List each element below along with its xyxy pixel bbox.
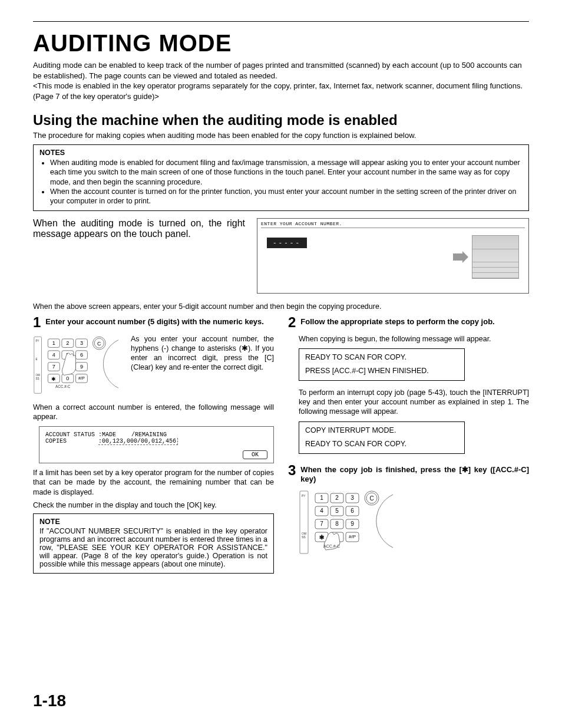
keypad-figure-1: PY E OM SS 1 2 3 4 5 6 7 9 ✱ (33, 334, 124, 399)
page-number: 1-18 (33, 691, 66, 710)
screen-header: ENTER YOUR ACCOUNT NUMBER. (261, 221, 525, 228)
svg-text:1: 1 (52, 340, 55, 346)
step1-after2: If a limit has been set by a key operato… (33, 468, 274, 497)
step-2-after: To perform an interrupt copy job (page 5… (299, 388, 529, 417)
svg-rect-31 (300, 491, 308, 554)
msg-line: READY TO SCAN FOR COPY. (305, 439, 458, 450)
page-title: AUDITING MODE (33, 30, 529, 57)
svg-text:1: 1 (320, 495, 323, 501)
status-copies-label: COPIES (45, 438, 67, 445)
status-label: ACCOUNT STATUS (45, 431, 95, 438)
after-screen-text: When the above screen appears, enter you… (33, 302, 529, 311)
svg-text:E: E (36, 358, 38, 361)
account-number-screen: ENTER YOUR ACCOUNT NUMBER. ----- (257, 218, 529, 294)
keypad-figure-2: PY OM SS 1 2 3 4 5 6 7 8 9 0 #/P C (299, 489, 399, 559)
svg-text:3: 3 (80, 340, 83, 346)
svg-text:✱: ✱ (319, 534, 324, 541)
note-box-single: NOTE If "ACCOUNT NUMBER SECURITY" is ena… (33, 513, 274, 574)
ok-button[interactable]: OK (243, 450, 267, 459)
svg-text:OM: OM (36, 374, 41, 377)
msg-line: READY TO SCAN FOR COPY. (305, 353, 458, 363)
msg-line: PRESS [ACC.#-C] WHEN FINISHED. (305, 366, 458, 377)
note-text: If "ACCOUNT NUMBER SECURITY" is enabled … (39, 527, 267, 568)
svg-text:C: C (369, 495, 373, 502)
step-2-title: Follow the appropriate steps to perform … (300, 317, 494, 327)
account-status-panel: ACCOUNT STATUS :MADE /REMAINING COPIES :… (39, 426, 274, 463)
step-number: 3 (288, 463, 296, 477)
section-heading: Using the machine when the auditing mode… (33, 112, 529, 129)
svg-text:✱: ✱ (51, 375, 56, 381)
svg-text:2: 2 (66, 340, 69, 346)
svg-text:5: 5 (335, 508, 339, 514)
svg-text:SS: SS (36, 377, 39, 380)
svg-text:9: 9 (351, 521, 354, 527)
note-item: When the account counter is turned on fo… (50, 187, 523, 206)
svg-text:PY: PY (36, 340, 39, 342)
step-2: 2 Follow the appropriate steps to perfor… (288, 315, 529, 330)
step-number: 1 (33, 315, 41, 330)
step-1-desc: As you enter your account number, the hy… (131, 334, 274, 373)
svg-text:#/P: #/P (78, 375, 85, 380)
arrow-icon (452, 251, 470, 263)
svg-text:ACC.#-C: ACC.#-C (323, 544, 340, 548)
svg-text:PY: PY (302, 494, 306, 498)
status-copies-value: :00,123,000/00,012,456 (98, 438, 178, 445)
notes-box: NOTES When auditing mode is enabled for … (33, 144, 529, 211)
account-entry-indicator: ----- (267, 238, 307, 248)
msg-line: COPY INTERRUPT MODE. (305, 426, 458, 436)
svg-text:9: 9 (80, 363, 83, 369)
step-2-desc: When copying is begun, the following mes… (299, 334, 529, 344)
svg-text:6: 6 (80, 351, 83, 357)
svg-text:#/P: #/P (349, 534, 356, 539)
panel-intro-text: When the auditing mode is turned on, the… (33, 218, 245, 294)
status-made: :MADE (98, 431, 116, 438)
svg-text:3: 3 (351, 495, 354, 501)
step1-after3: Check the number in the display and touc… (33, 500, 274, 510)
section-lead: The procedure for making copies when aud… (33, 131, 529, 140)
svg-text:8: 8 (335, 521, 339, 527)
svg-text:4: 4 (52, 351, 55, 357)
svg-text:7: 7 (320, 521, 323, 527)
svg-text:0: 0 (66, 375, 69, 381)
message-box-ready: READY TO SCAN FOR COPY. PRESS [ACC.#-C] … (299, 348, 465, 381)
svg-text:ACC.#-C: ACC.#-C (55, 384, 71, 388)
notes-title: NOTES (39, 149, 523, 157)
step1-after1: When a correct account number is entered… (33, 403, 274, 422)
intro-paragraph: Auditing mode can be enabled to keep tra… (33, 60, 529, 101)
svg-text:7: 7 (52, 363, 55, 369)
step-number: 2 (288, 315, 296, 330)
note-title: NOTE (39, 518, 267, 526)
step-3: 3 When the copy job is finished, press t… (288, 463, 529, 485)
status-remaining: /REMAINING (131, 431, 167, 438)
step-3-title: When the copy job is finished, press the… (300, 465, 529, 485)
note-item: When auditing mode is enabled for docume… (50, 158, 523, 187)
svg-text:6: 6 (351, 508, 354, 514)
copier-icon (472, 235, 519, 279)
step-1-title: Enter your account number (5 digits) wit… (45, 317, 264, 327)
svg-rect-0 (34, 337, 42, 393)
svg-text:C: C (97, 340, 101, 346)
step-1: 1 Enter your account number (5 digits) w… (33, 315, 274, 330)
svg-text:4: 4 (320, 508, 323, 514)
svg-text:SS: SS (302, 535, 306, 539)
svg-text:2: 2 (335, 495, 339, 501)
message-box-interrupt: COPY INTERRUPT MODE. READY TO SCAN FOR C… (299, 421, 465, 454)
